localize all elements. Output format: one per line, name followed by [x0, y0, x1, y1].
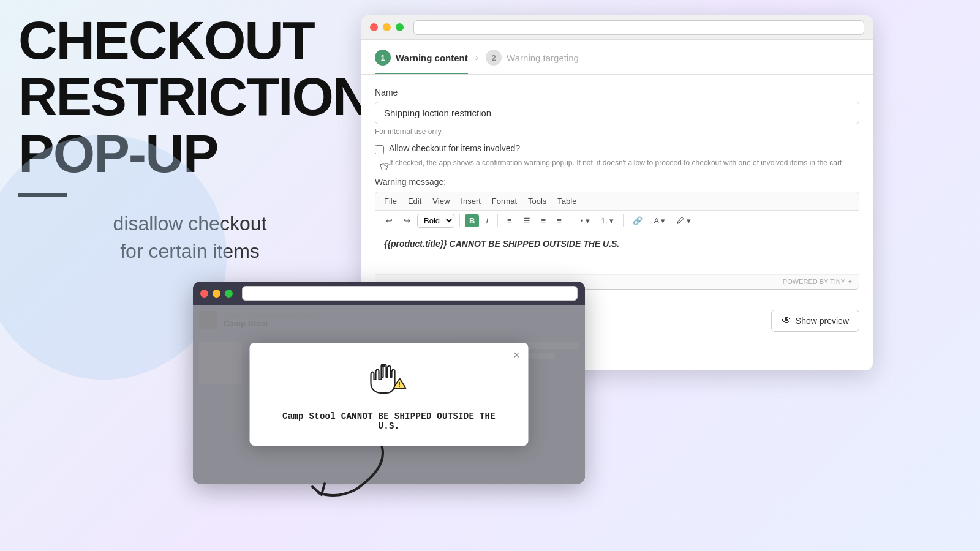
- menu-table[interactable]: Table: [557, 197, 576, 206]
- align-justify-btn[interactable]: ≡: [552, 214, 566, 227]
- checkbox-label[interactable]: Allow checkout for items involved?: [389, 143, 520, 153]
- step-2[interactable]: 2 Warning targeting: [486, 50, 579, 66]
- checkbox-desc: If checked, the app shows a confirmation…: [389, 158, 859, 168]
- powered-by-icon: ✦: [847, 278, 853, 285]
- menu-insert[interactable]: Insert: [461, 197, 481, 206]
- italic-btn[interactable]: I: [481, 214, 492, 227]
- powered-by-text: POWERED BY TINY: [783, 278, 845, 285]
- bg-store-info: (Prop65 California Warning Demo) Camp St…: [224, 312, 317, 328]
- show-preview-button[interactable]: 👁 Show preview: [771, 310, 859, 332]
- bg-product-thumbnail: [199, 342, 242, 384]
- redo-btn[interactable]: ↪: [399, 214, 415, 227]
- warning-message-label: Warning message:: [375, 177, 859, 187]
- menu-format[interactable]: Format: [492, 197, 517, 206]
- warning-hand-svg: !: [368, 360, 410, 397]
- step-underline: [375, 73, 468, 74]
- menu-edit[interactable]: Edit: [408, 197, 421, 206]
- editor-body[interactable]: {{product.title}} CANNOT BE SHIPPED OUTS…: [375, 231, 859, 274]
- name-field-label: Name: [375, 88, 859, 97]
- minimize-dot[interactable]: [383, 23, 391, 31]
- align-right-btn[interactable]: ≡: [537, 214, 551, 227]
- browser-titlebar: [361, 15, 873, 40]
- secondary-titlebar: [193, 282, 585, 305]
- internal-note: For internal use only.: [375, 127, 859, 136]
- bold-btn[interactable]: B: [465, 214, 479, 227]
- eye-icon: 👁: [782, 315, 791, 326]
- cursor-pointer: ☞: [379, 157, 393, 175]
- svg-text:!: !: [398, 381, 401, 388]
- popup-modal: × ! Camp Stool CANNOT BE SHIPPED OUTSIDE…: [250, 343, 529, 446]
- left-panel: CHECKOUT RESTRICTION POP-UP disallow che…: [18, 12, 361, 265]
- sec-maximize-dot[interactable]: [225, 290, 233, 298]
- highlight-btn[interactable]: 🖊 ▾: [672, 214, 695, 227]
- bg-store-header: (Prop65 California Warning Demo) Camp St…: [199, 311, 579, 329]
- undo-btn[interactable]: ↩: [382, 214, 397, 227]
- close-dot[interactable]: [370, 23, 378, 31]
- editor-template-text: {{product.title}} CANNOT BE SHIPPED OUTS…: [384, 239, 619, 249]
- popup-close-btn[interactable]: ×: [513, 349, 520, 362]
- align-center-btn[interactable]: ☰: [519, 214, 535, 227]
- bg-store-name: Camp Stool: [224, 319, 317, 328]
- step-1-number: 1: [375, 50, 391, 66]
- name-input[interactable]: [375, 102, 859, 124]
- sec-close-dot[interactable]: [200, 290, 208, 298]
- bullet-list-btn[interactable]: • ▾: [576, 214, 594, 227]
- steps-bar: 1 Warning content › 2 Warning targeting: [361, 40, 873, 75]
- step-2-label: Warning targeting: [507, 53, 579, 63]
- num-list-btn[interactable]: 1. ▾: [597, 214, 618, 227]
- toolbar-divider-3: [571, 214, 571, 227]
- form-area: Name For internal use only. Allow checko…: [361, 75, 873, 302]
- menu-tools[interactable]: Tools: [528, 197, 546, 206]
- align-left-btn[interactable]: ≡: [503, 214, 516, 227]
- toolbar-divider-1: [459, 214, 460, 227]
- allow-checkout-checkbox[interactable]: [375, 145, 384, 154]
- font-select[interactable]: Bold: [417, 214, 454, 228]
- step-1-label: Warning content: [396, 53, 468, 63]
- step-1[interactable]: 1 Warning content: [375, 50, 468, 66]
- show-preview-label: Show preview: [796, 316, 849, 326]
- step-arrow: ›: [475, 52, 478, 63]
- step-2-number: 2: [486, 50, 502, 66]
- editor-toolbar: ↩ ↪ Bold B I ≡ ☰ ≡ ≡ • ▾ 1. ▾: [375, 211, 859, 231]
- toolbar-divider-4: [623, 214, 624, 227]
- bg-demo-label: (Prop65 California Warning Demo): [224, 312, 317, 319]
- sec-url-bar[interactable]: [242, 286, 578, 301]
- sec-minimize-dot[interactable]: [213, 290, 221, 298]
- maximize-dot[interactable]: [396, 23, 404, 31]
- rich-text-editor: File Edit View Insert Format Tools Table…: [375, 192, 859, 290]
- bg-store-icon: [199, 311, 217, 329]
- popup-warning-icon: !: [270, 360, 509, 404]
- editor-menubar: File Edit View Insert Format Tools Table: [375, 192, 859, 211]
- toolbar-divider-2: [497, 214, 498, 227]
- popup-message-text: Camp Stool CANNOT BE SHIPPED OUTSIDE THE…: [270, 411, 509, 431]
- menu-file[interactable]: File: [384, 197, 397, 206]
- url-bar[interactable]: [413, 20, 864, 35]
- font-color-btn[interactable]: A ▾: [649, 214, 669, 227]
- checkbox-row: Allow checkout for items involved?: [375, 143, 859, 154]
- menu-view[interactable]: View: [432, 197, 450, 206]
- link-btn[interactable]: 🔗: [628, 214, 647, 227]
